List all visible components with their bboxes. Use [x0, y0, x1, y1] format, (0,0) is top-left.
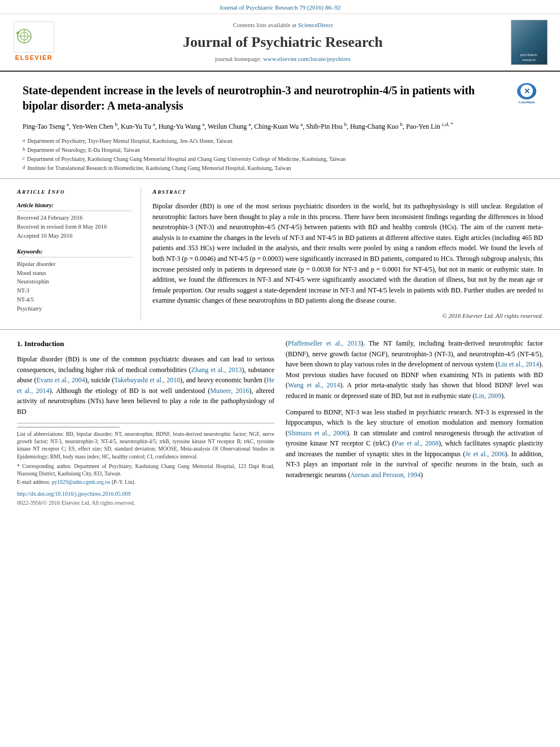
- abbreviations-note: List of abbreviations: BD, bipolar disor…: [17, 431, 274, 461]
- history-title: Article history:: [17, 201, 132, 211]
- ref-je-2006[interactable]: Je et al., 2006: [465, 450, 505, 458]
- journal-homepage: journal homepage: www.elsevier.com/locat…: [63, 55, 502, 64]
- affiliation-d: d Institute for Translational Research i…: [23, 164, 537, 172]
- received-date: Received 24 February 2016 Received in re…: [17, 213, 132, 240]
- ref-lin-2009[interactable]: Lin, 2009: [475, 392, 501, 400]
- doi-link: http://dx.doi.org/10.1016/j.jpsychires.2…: [17, 490, 274, 498]
- article-title-text: State-dependent increase in the levels o…: [23, 83, 516, 113]
- ref-zhang-2013[interactable]: Zhang et al., 2013: [191, 366, 242, 374]
- journal-reference-bar: Journal of Psychiatric Research 79 (2016…: [0, 0, 560, 14]
- journal-cover-image: psychiatricresearch: [511, 20, 548, 65]
- article-title-block: State-dependent increase in the levels o…: [23, 83, 537, 113]
- abstract-heading: ABSTRACT: [152, 187, 543, 196]
- article-info-panel: ARTICLE INFO Article history: Received 2…: [17, 187, 141, 321]
- abstract-text: Bipolar disorder (BD) is one of the most…: [152, 201, 543, 306]
- journal-reference-text: Journal of Psychiatric Research 79 (2016…: [219, 4, 340, 11]
- ref-muneer-2016[interactable]: Muneer, 2016: [210, 387, 249, 395]
- journal-cover-thumbnail: psychiatricresearch: [509, 20, 549, 65]
- article-info-abstract-section: ARTICLE INFO Article history: Received 2…: [0, 179, 560, 330]
- abstract-panel: ABSTRACT Bipolar disorder (BD) is one of…: [152, 187, 543, 321]
- keywords-block: Keywords: Bipolar disorder Mood status N…: [17, 247, 132, 313]
- issn-line: 0022-3956/© 2016 Elsevier Ltd. All right…: [17, 499, 274, 507]
- ref-wang-2014[interactable]: Wang et al., 2014: [288, 381, 340, 389]
- crossmark-badge[interactable]: ✕ CrossMark: [516, 83, 537, 104]
- body-column-right: (Pfaffenseller et al., 2013). The NT fam…: [286, 338, 543, 507]
- ref-pfaffenseller-2013[interactable]: Pfaffenseller et al., 2013: [288, 339, 361, 347]
- ref-evans-2004[interactable]: Evans et al., 2004: [37, 376, 85, 384]
- intro-para-1: Bipolar disorder (BD) is one of the comm…: [17, 354, 274, 417]
- elsevier-branding: 🌿 ELSEVIER: [11, 21, 56, 63]
- elsevier-label: ELSEVIER: [15, 54, 53, 63]
- copyright-notice: © 2016 Elsevier Ltd. All rights reserved…: [152, 312, 543, 321]
- journal-header: 🌿 ELSEVIER Contents lists available at S…: [0, 14, 560, 72]
- footnotes-block: List of abbreviations: BD, bipolar disor…: [17, 423, 274, 507]
- sciencedirect-link: Contents lists available at ScienceDirec…: [63, 21, 502, 30]
- article-info-heading: ARTICLE INFO: [17, 187, 132, 196]
- affiliations-block: a Department of Psychiatry, Tsyr-Huey Me…: [23, 137, 537, 172]
- journal-title-block: Contents lists available at ScienceDirec…: [63, 21, 502, 64]
- ref-pae-2008[interactable]: Pae et al., 2008: [395, 439, 439, 447]
- intro-para-2: (Pfaffenseller et al., 2013). The NT fam…: [286, 338, 543, 401]
- body-column-left: 1. Introduction Bipolar disorder (BD) is…: [17, 338, 274, 507]
- article-history-block: Article history: Received 24 February 20…: [17, 201, 132, 240]
- body-two-columns: 1. Introduction Bipolar disorder (BD) is…: [17, 338, 543, 507]
- homepage-url[interactable]: www.elsevier.com/locate/psychires: [263, 55, 351, 62]
- sciencedirect-anchor[interactable]: ScienceDirect: [298, 21, 333, 28]
- ref-takebayashi-2010[interactable]: Takebayashi et al., 2010: [114, 376, 180, 384]
- corresponding-email-link[interactable]: py1029@adm.cgmh.org.tw: [52, 479, 111, 485]
- article-header: State-dependent increase in the levels o…: [0, 72, 560, 179]
- affiliation-a: a Department of Psychiatry, Tsyr-Huey Me…: [23, 137, 537, 145]
- ref-arenas-1994[interactable]: Arenas and Persson, 1994: [350, 471, 421, 479]
- intro-para-3: Compared to BDNF, NT-3 was less studied …: [286, 407, 543, 480]
- intro-heading: 1. Introduction: [17, 338, 274, 350]
- ref-shimazu-2006[interactable]: Shimazu et al., 2006: [288, 429, 347, 437]
- email-note: E-mail address: py1029@adm.cgmh.org.tw (…: [17, 479, 274, 486]
- affiliation-c: c Department of Psychiatry, Kaohsiung Ch…: [23, 155, 537, 163]
- elsevier-logo-svg: 🌿: [14, 26, 54, 46]
- main-content-area: 1. Introduction Bipolar disorder (BD) is…: [0, 330, 560, 516]
- corresponding-author-note: * Corresponding author. Department of Ps…: [17, 463, 274, 478]
- ref-liu-2014[interactable]: Liu et al., 2014: [498, 360, 539, 368]
- authors-line: Ping-Tao Tseng a, Yen-Wen Chen b, Kun-Yu…: [23, 120, 537, 132]
- keywords-title: Keywords:: [17, 247, 132, 257]
- keywords-list: Bipolar disorder Mood status Neurotrophi…: [17, 260, 132, 313]
- affiliation-b: b Department of Neurology, E-Da Hospital…: [23, 146, 537, 154]
- journal-title: Journal of Psychiatric Research: [63, 32, 502, 53]
